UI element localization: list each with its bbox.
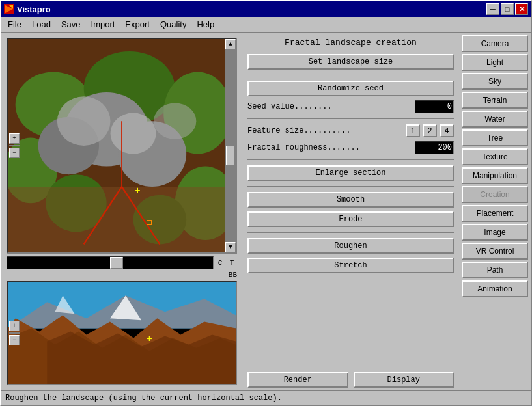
scroll-down-button[interactable]: ▼ [225, 242, 236, 252]
scroll-track [225, 49, 236, 242]
title-buttons: ─ □ ✕ [486, 3, 528, 15]
menu-help[interactable]: Help [193, 18, 218, 31]
terrain-button[interactable]: Terrain [462, 92, 528, 109]
set-landscape-size-button[interactable]: Set landscape size [247, 54, 454, 70]
menu-export[interactable]: Export [121, 18, 154, 31]
creation-button[interactable]: Creation [462, 186, 528, 203]
svg-point-14 [57, 96, 111, 146]
title-bar: Vistapro ─ □ ✕ [1, 1, 531, 17]
sky-button[interactable]: Sky [462, 73, 528, 90]
light-button[interactable]: Light [462, 54, 528, 71]
horizontal-slider[interactable] [7, 256, 214, 269]
map-controls: + − [8, 132, 21, 159]
feature-4-button[interactable]: 4 [440, 124, 454, 137]
title-bar-left: Vistapro [4, 4, 51, 14]
feature-label: Feature size.......... [247, 126, 403, 135]
svg-text:+: + [146, 334, 152, 344]
divider-2 [247, 118, 454, 119]
fractal-row: Fractal roughness....... [247, 141, 454, 154]
menu-save[interactable]: Save [57, 18, 85, 31]
fractal-label: Fractal roughness....... [247, 143, 412, 152]
render-button[interactable]: Render [247, 372, 348, 388]
zoom-out-button[interactable]: − [9, 148, 20, 158]
menu-file[interactable]: File [4, 18, 25, 31]
map-area: + ▲ ▼ + − [7, 38, 237, 254]
placement-button[interactable]: Placement [462, 205, 528, 222]
close-button[interactable]: ✕ [515, 3, 528, 15]
feature-1-button[interactable]: 1 [406, 124, 420, 137]
slider-thumb[interactable] [110, 257, 123, 269]
bb-label: BB [7, 271, 237, 278]
seed-label: Seed value........ [247, 102, 412, 111]
preview-area: + + − [7, 281, 237, 385]
status-text: Roughen the landscape (using the current… [5, 394, 282, 403]
tree-button[interactable]: Tree [462, 129, 528, 146]
divider-5 [247, 232, 454, 233]
preview-controls: + − [8, 319, 21, 347]
menu-load[interactable]: Load [28, 18, 55, 31]
preview-zoom-in-button[interactable]: + [9, 321, 20, 331]
image-button[interactable]: Image [462, 224, 528, 241]
scroll-thumb[interactable] [226, 146, 235, 165]
menu-quality[interactable]: Quality [156, 18, 190, 31]
stretch-button[interactable]: Stretch [247, 258, 454, 273]
animation-button[interactable]: Animation [462, 280, 528, 297]
scroll-up-button[interactable]: ▲ [225, 39, 236, 49]
menu-bar: File Load Save Import Export Quality Hel… [1, 17, 531, 33]
manipulation-button[interactable]: Manipulation [462, 167, 528, 184]
camera-button[interactable]: Camera [462, 35, 528, 52]
seed-input[interactable] [415, 100, 454, 113]
c-label: C [215, 259, 225, 267]
right-panel: Camera Light Sky Terrain Water Tree Text… [459, 33, 531, 390]
vr-control-button[interactable]: VR Control [462, 243, 528, 260]
app-icon [4, 4, 14, 14]
t-label: T [227, 259, 237, 267]
divider-1 [247, 75, 454, 75]
erode-button[interactable]: Erode [247, 211, 454, 227]
fractal-input[interactable] [415, 141, 454, 154]
seed-row: Seed value........ [247, 100, 454, 113]
menu-import[interactable]: Import [87, 18, 119, 31]
map-marker [147, 220, 152, 225]
enlarge-section-button[interactable]: Enlarge section [247, 165, 454, 181]
main-window: Vistapro ─ □ ✕ File Load Save Import Exp… [0, 0, 532, 406]
water-button[interactable]: Water [462, 111, 528, 128]
render-row: Render Display [247, 372, 454, 388]
smooth-button[interactable]: Smooth [247, 192, 454, 208]
panel-title: Fractal landscape creation [247, 35, 454, 50]
divider-4 [247, 186, 454, 187]
feature-size-row: Feature size.......... 1 2 4 [247, 124, 454, 137]
window-title: Vistapro [17, 5, 51, 14]
path-button[interactable]: Path [462, 262, 528, 278]
divider-3 [247, 159, 454, 160]
svg-point-16 [154, 103, 196, 139]
randomize-seed-button[interactable]: Randomize seed [247, 81, 454, 96]
preview-zoom-out-button[interactable]: − [9, 335, 20, 345]
status-bar: Roughen the landscape (using the current… [1, 390, 531, 405]
restore-button[interactable]: □ [501, 3, 514, 15]
map-scroll-v[interactable]: ▲ ▼ [225, 39, 236, 252]
middle-panel: Fractal landscape creation Set landscape… [242, 33, 459, 390]
texture-button[interactable]: Texture [462, 148, 528, 165]
bottom-controls: C T [7, 255, 237, 271]
roughen-button[interactable]: Roughen [247, 238, 454, 254]
minimize-button[interactable]: ─ [486, 3, 499, 15]
svg-rect-17 [8, 187, 236, 252]
display-button[interactable]: Display [354, 372, 455, 388]
left-panel: + ▲ ▼ + − [1, 33, 242, 390]
content-area: + ▲ ▼ + − [1, 33, 531, 390]
feature-2-button[interactable]: 2 [423, 124, 437, 137]
svg-point-15 [111, 113, 156, 154]
map-crosshair: + [135, 185, 140, 196]
zoom-in-button[interactable]: + [9, 133, 20, 144]
